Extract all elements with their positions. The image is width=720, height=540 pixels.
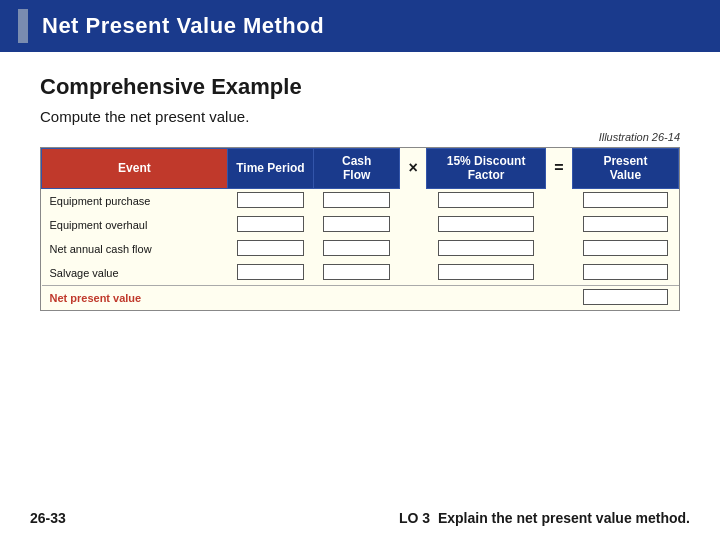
cell-discount xyxy=(426,188,545,213)
cell-time xyxy=(227,261,313,286)
col-header-equals: = xyxy=(546,149,573,189)
npv-table: Event Time Period Cash Flow × 15% Discou… xyxy=(41,148,679,310)
header-accent xyxy=(18,9,28,43)
cell-time xyxy=(227,188,313,213)
cell-event: Salvage value xyxy=(42,261,228,286)
cell-event: Net present value xyxy=(42,285,228,310)
cell-cash xyxy=(314,188,400,213)
table-row: Equipment purchase xyxy=(42,188,679,213)
footer-lo-text: LO 3 Explain the net present value metho… xyxy=(399,510,690,526)
cell-equals xyxy=(546,261,573,286)
cell-present xyxy=(572,213,678,237)
cell-cash xyxy=(314,285,400,310)
illustration-label: Illustration 26-14 xyxy=(40,131,680,143)
table-row: Net annual cash flow xyxy=(42,237,679,261)
col-header-multiply: × xyxy=(400,149,427,189)
cell-time xyxy=(227,285,313,310)
cell-present xyxy=(572,188,678,213)
cell-discount xyxy=(426,237,545,261)
cell-event: Equipment overhaul xyxy=(42,213,228,237)
cell-multiply xyxy=(400,188,427,213)
col-header-discount: 15% Discount Factor xyxy=(426,149,545,189)
cell-multiply xyxy=(400,237,427,261)
cell-cash xyxy=(314,237,400,261)
header-title: Net Present Value Method xyxy=(42,13,324,39)
cell-event: Equipment purchase xyxy=(42,188,228,213)
col-header-time: Time Period xyxy=(227,149,313,189)
cell-multiply xyxy=(400,213,427,237)
cell-present xyxy=(572,261,678,286)
cell-present xyxy=(572,285,678,310)
cell-present xyxy=(572,237,678,261)
col-header-present: Present Value xyxy=(572,149,678,189)
cell-discount xyxy=(426,213,545,237)
table-row: Equipment overhaul xyxy=(42,213,679,237)
cell-equals xyxy=(546,237,573,261)
table-wrapper: Event Time Period Cash Flow × 15% Discou… xyxy=(40,147,680,311)
section-subtitle: Compute the net present value. xyxy=(40,108,680,125)
footer-page-number: 26-33 xyxy=(30,510,66,526)
cell-discount xyxy=(426,285,545,310)
footer: 26-33 LO 3 Explain the net present value… xyxy=(0,510,720,526)
section-title: Comprehensive Example xyxy=(40,74,680,100)
cell-equals xyxy=(546,285,573,310)
cell-event: Net annual cash flow xyxy=(42,237,228,261)
header-bar: Net Present Value Method xyxy=(0,0,720,52)
col-header-cash: Cash Flow xyxy=(314,149,400,189)
cell-time xyxy=(227,213,313,237)
cell-cash xyxy=(314,261,400,286)
table-row: Salvage value xyxy=(42,261,679,286)
cell-equals xyxy=(546,188,573,213)
cell-multiply xyxy=(400,285,427,310)
cell-discount xyxy=(426,261,545,286)
col-header-event: Event xyxy=(42,149,228,189)
cell-cash xyxy=(314,213,400,237)
main-content: Comprehensive Example Compute the net pr… xyxy=(0,52,720,339)
table-row: Net present value xyxy=(42,285,679,310)
cell-time xyxy=(227,237,313,261)
cell-multiply xyxy=(400,261,427,286)
cell-equals xyxy=(546,213,573,237)
